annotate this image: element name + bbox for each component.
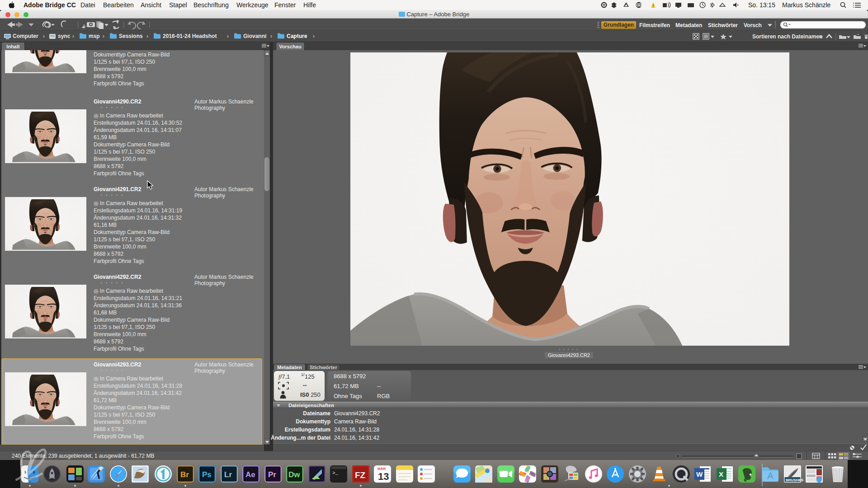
svg-text:Dw: Dw: [288, 470, 300, 479]
svg-text:BRUSHES: BRUSHES: [786, 478, 804, 482]
svg-text:W: W: [696, 470, 703, 478]
svg-text:13: 13: [378, 471, 389, 482]
svg-text:Ae: Ae: [245, 470, 255, 479]
svg-text:>_: >_: [332, 470, 339, 476]
svg-text:Br: Br: [180, 470, 189, 479]
svg-text:MÄR: MÄR: [377, 467, 386, 471]
svg-text:FZ: FZ: [355, 470, 366, 480]
svg-text:Lr: Lr: [224, 470, 232, 479]
svg-text:X: X: [719, 470, 723, 478]
svg-text:Ps: Ps: [202, 470, 212, 479]
svg-text:Pr: Pr: [268, 470, 276, 479]
svg-text:Sortieren nach Dateinamen: Sortieren nach Dateinamen: [752, 33, 822, 40]
